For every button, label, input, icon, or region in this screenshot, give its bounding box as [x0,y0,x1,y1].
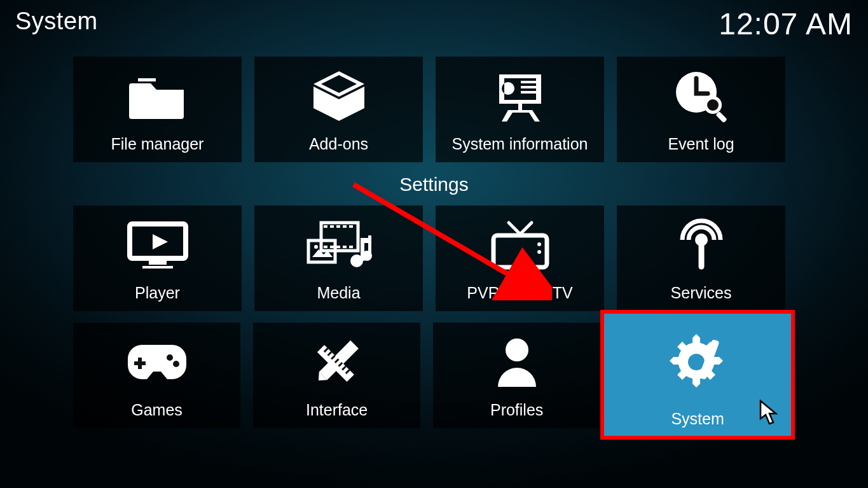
row-1: File manager Add-ons System information … [73,57,795,162]
tile-label: System information [452,135,588,153]
box-icon [254,57,423,135]
games-tile[interactable]: Games [73,323,240,428]
svg-rect-16 [343,246,347,248]
row-3: Games Interface Profiles System [73,323,795,440]
tile-label: PVR & Live TV [467,284,572,302]
file-manager-tile[interactable]: File manager [73,57,242,162]
gear-tool-icon [604,314,791,410]
svg-rect-8 [324,225,327,228]
media-tile[interactable]: Media [254,206,423,311]
person-icon [433,323,600,401]
svg-point-41 [506,338,528,361]
media-icon [254,206,423,284]
svg-point-25 [537,242,541,246]
svg-point-2 [707,99,719,111]
svg-rect-9 [330,225,334,228]
pvr-tile[interactable]: PVR & Live TV [436,206,604,311]
event-log-tile[interactable]: Event log [617,57,785,162]
svg-point-26 [537,250,541,254]
svg-point-30 [167,354,173,361]
folder-icon [73,57,242,135]
ruler-pencil-icon [253,323,420,401]
settings-grid: File manager Add-ons System information … [73,57,795,440]
svg-rect-5 [149,261,167,265]
svg-rect-17 [349,246,353,248]
page-title: System [15,8,98,35]
gamepad-icon [73,323,240,401]
system-info-tile[interactable]: System information [436,57,604,162]
clock-search-icon [617,57,785,135]
broadcast-icon [617,206,785,284]
interface-tile[interactable]: Interface [253,323,420,428]
svg-rect-15 [336,246,340,248]
tile-label: Player [135,284,180,302]
svg-rect-11 [343,225,347,228]
header: System 12:07 AM [0,0,868,41]
services-tile[interactable]: Services [617,206,785,311]
tile-label: Interface [306,401,368,419]
player-tile[interactable]: Player [73,206,242,311]
tile-label: System [671,410,724,428]
clock: 12:07 AM [719,6,853,41]
svg-point-19 [314,245,318,249]
svg-rect-14 [330,246,334,248]
tile-label: File manager [111,135,204,153]
tile-label: Media [317,284,360,302]
tile-label: Services [671,284,732,302]
profiles-tile[interactable]: Profiles [433,323,600,428]
svg-rect-29 [134,361,146,365]
presentation-icon [436,57,604,135]
tile-label: Add-ons [309,135,368,153]
addons-tile[interactable]: Add-ons [254,57,423,162]
tile-label: Games [131,401,183,419]
row-2: Player Media PVR & Live TV Services [73,206,795,311]
play-monitor-icon [73,206,242,284]
svg-rect-3 [715,111,727,123]
svg-rect-6 [142,266,173,268]
tv-icon [436,206,604,284]
section-title: Settings [73,174,795,195]
svg-rect-12 [349,225,353,228]
svg-point-31 [173,361,179,367]
svg-rect-10 [336,225,340,228]
tile-label: Event log [668,135,734,153]
system-tile[interactable]: System [600,310,795,440]
svg-rect-13 [324,246,327,248]
tile-label: Profiles [490,401,543,419]
